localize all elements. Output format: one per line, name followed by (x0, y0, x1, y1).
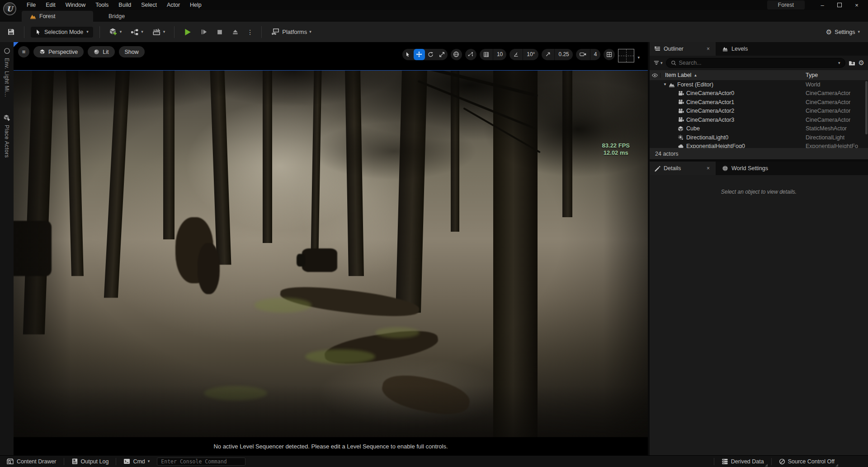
blueprints-dropdown[interactable]: ▾ (128, 26, 146, 38)
outliner-panel: Outliner × Levels ▾ (650, 42, 868, 159)
perspective-dropdown[interactable]: Perspective (33, 46, 84, 57)
play-icon (184, 28, 192, 36)
surface-snap-icon (467, 51, 474, 57)
camera-speed-control[interactable]: 4 (576, 49, 601, 60)
tab-world-settings-label: World Settings (731, 165, 768, 172)
screen-ratio-widget[interactable] (618, 49, 634, 62)
rotate-tool-button[interactable] (425, 49, 436, 60)
rotation-snap-value[interactable]: 10° (523, 49, 538, 60)
grid-snap-icon-segment[interactable] (480, 49, 493, 60)
gear-icon: ⚙ (826, 28, 832, 36)
outliner-row-cinecameraactor1[interactable]: CineCameraActor1CineCameraActor (650, 98, 868, 107)
close-icon[interactable]: × (705, 165, 711, 172)
details-icon (654, 166, 660, 172)
source-control-button[interactable]: Source Control Off (776, 457, 837, 466)
tab-details[interactable]: Details × (650, 162, 716, 175)
cmd-dropdown[interactable]: Cmd ▾ (121, 457, 152, 466)
camera-speed-value[interactable]: 4 (590, 49, 601, 60)
cinematics-dropdown[interactable]: ▾ (150, 26, 168, 38)
transform-tool-group (402, 49, 448, 60)
derived-data-button[interactable]: Derived Data (719, 457, 767, 466)
visibility-column-header[interactable] (650, 73, 660, 78)
menu-actor[interactable]: Actor (162, 0, 185, 10)
grid-snap-control[interactable]: 10 (480, 49, 506, 60)
outliner-search-input[interactable]: Search... ▾ (666, 58, 845, 68)
settings-dropdown[interactable]: ⚙ Settings ▾ (826, 28, 863, 36)
item-label-column-header[interactable]: Item Label ▲ (660, 72, 697, 78)
content-drawer-button[interactable]: Content Drawer (4, 457, 59, 466)
viewport-3d-scene[interactable]: 83.22 FPS 12.02 ms (14, 70, 648, 437)
view-mode-dropdown[interactable]: Lit (88, 46, 114, 57)
show-dropdown[interactable]: Show (119, 46, 145, 57)
rotation-snap-icon-segment[interactable] (509, 49, 523, 60)
eject-button[interactable] (229, 26, 241, 38)
sequencer-message-bar: No active Level Sequencer detected. Plea… (14, 437, 648, 455)
selection-mode-dropdown[interactable]: Selection Mode ▾ (31, 27, 93, 38)
move-tool-button[interactable] (414, 49, 425, 60)
tab-forest[interactable]: Forest (22, 11, 93, 22)
menu-edit[interactable]: Edit (41, 0, 61, 10)
menu-select[interactable]: Select (136, 0, 162, 10)
menu-help[interactable]: Help (185, 0, 207, 10)
play-options-kebab[interactable]: ⋮ (245, 29, 255, 36)
row-label: Forest (Editor) (677, 81, 713, 88)
outliner-row-directionallight0[interactable]: DirectionalLight0DirectionalLight (650, 133, 868, 142)
stop-button[interactable] (214, 27, 226, 38)
restore-button[interactable] (831, 0, 848, 10)
rotation-snap-control[interactable]: 10° (509, 49, 538, 60)
new-folder-button[interactable] (849, 60, 855, 66)
outliner-row-forest-editor-[interactable]: ▼Forest (Editor)World (650, 80, 868, 89)
scale-tool-button[interactable] (436, 49, 448, 60)
outliner-row-cinecameraactor2[interactable]: CineCameraActor2CineCameraActor (650, 107, 868, 116)
outliner-row-cube[interactable]: CubeStaticMeshActor (650, 124, 868, 133)
chevron-down-icon[interactable]: ▾ (637, 56, 640, 60)
place-actors-tab[interactable]: Place Actors (3, 114, 10, 158)
platforms-dropdown[interactable]: Platforms ▾ (268, 26, 314, 38)
tab-outliner[interactable]: Outliner × (650, 42, 716, 56)
world-coordinate-button[interactable] (451, 49, 462, 60)
cine-camera-icon (677, 108, 684, 114)
type-column-header[interactable]: Type (806, 72, 818, 78)
tab-bridge[interactable]: Bridge (93, 11, 140, 22)
env-light-mixer-tab[interactable]: Env. Light Mi... (4, 48, 10, 97)
expander-arrow-icon[interactable]: ▼ (662, 82, 668, 86)
scene-cine-camera-prop (14, 221, 52, 276)
output-log-button[interactable]: Output Log (69, 457, 112, 466)
skip-frame-button[interactable] (198, 26, 210, 38)
outliner-settings-button[interactable]: ⚙ (859, 59, 864, 67)
add-actor-dropdown[interactable]: ▾ (106, 25, 125, 38)
outliner-row-cinecameraactor0[interactable]: CineCameraActor0CineCameraActor (650, 89, 868, 98)
surface-snapping-button[interactable] (465, 49, 476, 60)
close-icon[interactable]: × (705, 46, 711, 52)
camera-icon (580, 52, 586, 57)
play-button[interactable] (181, 26, 194, 38)
quad-view-button[interactable] (604, 49, 615, 60)
scale-snap-control[interactable]: 0.25 (542, 49, 572, 60)
statusbar-separator (714, 458, 714, 465)
scale-snap-icon-segment[interactable] (542, 49, 554, 60)
row-label: CineCameraActor0 (686, 90, 734, 96)
viewport-options-button[interactable]: ≡ (18, 46, 29, 57)
outliner-row-cinecameraactor3[interactable]: CineCameraActor3CineCameraActor (650, 115, 868, 124)
minimize-button[interactable]: – (814, 0, 831, 10)
menu-tools[interactable]: Tools (90, 0, 113, 10)
resize-grip-icon (765, 464, 768, 467)
close-button[interactable]: × (848, 0, 865, 10)
outliner-row-exponentialheightfog0[interactable]: ExponentialHeightFog0ExponentialHeightFo (650, 142, 868, 148)
filter-button[interactable]: ▾ (653, 60, 663, 66)
chevron-down-icon[interactable]: ▾ (838, 61, 840, 65)
save-button[interactable] (5, 26, 18, 38)
tab-world-settings[interactable]: World Settings (716, 162, 774, 175)
menu-file[interactable]: File (22, 0, 41, 10)
console-command-input[interactable]: Enter Console Command (157, 457, 245, 466)
scale-snap-value[interactable]: 0.25 (554, 49, 572, 60)
select-tool-button[interactable] (402, 49, 414, 60)
menu-build[interactable]: Build (113, 0, 136, 10)
platforms-label: Platforms (282, 29, 307, 35)
camera-speed-icon-segment[interactable] (576, 49, 590, 60)
menu-window[interactable]: Window (61, 0, 90, 10)
grid-snap-value[interactable]: 10 (493, 49, 506, 60)
lit-sphere-icon (94, 49, 99, 55)
window-title: Forest (767, 0, 805, 10)
tab-levels[interactable]: Levels (716, 42, 754, 56)
